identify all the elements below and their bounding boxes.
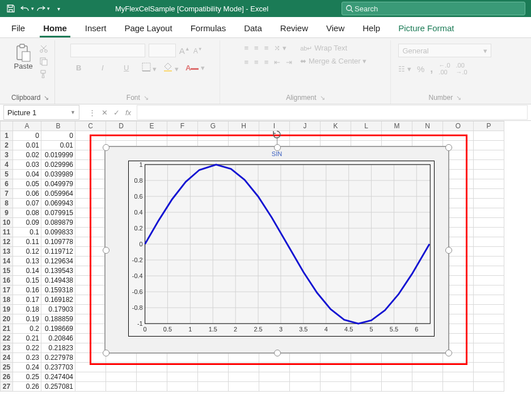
cell[interactable] bbox=[198, 363, 229, 372]
column-header[interactable]: M bbox=[382, 121, 412, 131]
column-header[interactable]: H bbox=[229, 121, 259, 131]
align-middle-icon[interactable]: ≡ bbox=[254, 44, 259, 52]
align-top-icon[interactable]: ≡ bbox=[244, 44, 248, 52]
cell[interactable]: 0.039989 bbox=[41, 170, 75, 179]
cell[interactable]: 0.25 bbox=[13, 372, 41, 382]
cell[interactable] bbox=[75, 314, 106, 324]
cell[interactable] bbox=[443, 131, 474, 141]
embedded-picture[interactable]: SIN -1-0.8-0.6-0.4-0.200.20.40.60.8100.5… bbox=[104, 146, 449, 354]
tab-picture-format[interactable]: Picture Format bbox=[395, 20, 457, 37]
increase-decimal-icon[interactable]: ←.0.00 bbox=[439, 62, 450, 75]
undo-icon[interactable]: ▾ bbox=[19, 2, 34, 15]
cell[interactable] bbox=[351, 372, 382, 382]
cell[interactable] bbox=[75, 334, 106, 343]
cell[interactable]: 0.149438 bbox=[41, 276, 75, 285]
cell[interactable] bbox=[382, 372, 412, 382]
rotate-handle-icon[interactable] bbox=[272, 130, 281, 139]
cell[interactable] bbox=[167, 372, 198, 382]
cell[interactable] bbox=[137, 363, 167, 372]
increase-font-icon[interactable]: A▲ bbox=[179, 46, 190, 56]
cell[interactable] bbox=[321, 353, 351, 363]
cell[interactable] bbox=[75, 237, 106, 247]
cell[interactable]: 0.079915 bbox=[41, 208, 75, 218]
cell[interactable] bbox=[290, 131, 321, 141]
cell[interactable]: 0.119712 bbox=[41, 247, 75, 257]
cell[interactable] bbox=[167, 131, 198, 141]
cell[interactable]: 0.169182 bbox=[41, 295, 75, 305]
cell[interactable]: 0.159318 bbox=[41, 285, 75, 295]
cell[interactable] bbox=[474, 141, 504, 150]
cell[interactable] bbox=[443, 372, 474, 382]
cell[interactable] bbox=[474, 285, 504, 295]
cell[interactable] bbox=[75, 179, 106, 189]
cell[interactable]: 0.1 bbox=[13, 228, 41, 237]
cell[interactable] bbox=[167, 382, 198, 392]
row-header[interactable]: 14 bbox=[1, 257, 13, 266]
cell[interactable]: 0.01 bbox=[13, 141, 41, 150]
column-header[interactable]: E bbox=[137, 121, 167, 131]
increase-indent-icon[interactable]: ⇥ bbox=[286, 58, 292, 66]
cell[interactable] bbox=[137, 353, 167, 363]
cell[interactable] bbox=[474, 295, 504, 305]
cell[interactable] bbox=[229, 353, 259, 363]
column-header[interactable]: G bbox=[198, 121, 229, 131]
redo-icon[interactable]: ▾ bbox=[35, 2, 50, 15]
cell[interactable]: 0.129634 bbox=[41, 257, 75, 266]
cell[interactable]: 0.029996 bbox=[41, 160, 75, 170]
cell[interactable] bbox=[75, 276, 106, 285]
row-header[interactable]: 6 bbox=[1, 179, 13, 189]
cell[interactable] bbox=[75, 257, 106, 266]
resize-handle[interactable] bbox=[445, 350, 452, 356]
cell[interactable] bbox=[75, 228, 106, 237]
cell[interactable] bbox=[474, 382, 504, 392]
cell[interactable]: 0.13 bbox=[13, 257, 41, 266]
tab-home[interactable]: Home bbox=[40, 20, 70, 37]
column-header[interactable]: P bbox=[474, 121, 504, 131]
cell[interactable]: 0.26 bbox=[13, 382, 41, 392]
cell[interactable] bbox=[351, 382, 382, 392]
align-left-icon[interactable]: ≡ bbox=[244, 58, 248, 66]
cell[interactable]: 0.059964 bbox=[41, 189, 75, 199]
cell[interactable] bbox=[198, 353, 229, 363]
cell[interactable]: 0.227978 bbox=[41, 353, 75, 363]
cell[interactable]: 0.089879 bbox=[41, 218, 75, 228]
column-header[interactable]: L bbox=[351, 121, 382, 131]
cell[interactable]: 0.099833 bbox=[41, 228, 75, 237]
cell[interactable]: 0.04 bbox=[13, 170, 41, 179]
cut-icon[interactable] bbox=[39, 44, 49, 54]
cell[interactable] bbox=[412, 372, 443, 382]
cell[interactable]: 0.069943 bbox=[41, 199, 75, 208]
cell[interactable]: 0.17 bbox=[13, 295, 41, 305]
cell[interactable] bbox=[75, 131, 106, 141]
cell[interactable] bbox=[106, 363, 137, 372]
cell[interactable] bbox=[290, 372, 321, 382]
cell[interactable] bbox=[474, 276, 504, 285]
row-header[interactable]: 23 bbox=[1, 343, 13, 353]
font-family-select[interactable] bbox=[70, 44, 145, 57]
cell[interactable] bbox=[474, 305, 504, 314]
row-header[interactable]: 8 bbox=[1, 199, 13, 208]
cell[interactable] bbox=[321, 363, 351, 372]
cell[interactable] bbox=[75, 266, 106, 276]
name-box[interactable]: Picture 1▼ bbox=[3, 105, 79, 120]
fill-color-icon[interactable]: ▾ bbox=[163, 62, 179, 73]
cell[interactable]: 0.09 bbox=[13, 218, 41, 228]
cell[interactable]: 0.019999 bbox=[41, 150, 75, 160]
row-header[interactable]: 19 bbox=[1, 305, 13, 314]
cell[interactable] bbox=[290, 382, 321, 392]
row-header[interactable]: 4 bbox=[1, 160, 13, 170]
cell[interactable]: 0.188859 bbox=[41, 314, 75, 324]
cell[interactable] bbox=[321, 382, 351, 392]
formula-input[interactable] bbox=[137, 105, 528, 120]
cell[interactable] bbox=[382, 131, 412, 141]
cell[interactable]: 0.17903 bbox=[41, 305, 75, 314]
cell[interactable] bbox=[474, 324, 504, 334]
row-header[interactable]: 3 bbox=[1, 150, 13, 160]
cell[interactable]: 0.198669 bbox=[41, 324, 75, 334]
cell[interactable] bbox=[474, 189, 504, 199]
cell[interactable] bbox=[75, 343, 106, 353]
align-center-icon[interactable]: ≡ bbox=[254, 58, 259, 66]
wrap-text-button[interactable]: ab↵ Wrap Text bbox=[300, 44, 366, 52]
row-header[interactable]: 20 bbox=[1, 314, 13, 324]
cell[interactable] bbox=[351, 353, 382, 363]
